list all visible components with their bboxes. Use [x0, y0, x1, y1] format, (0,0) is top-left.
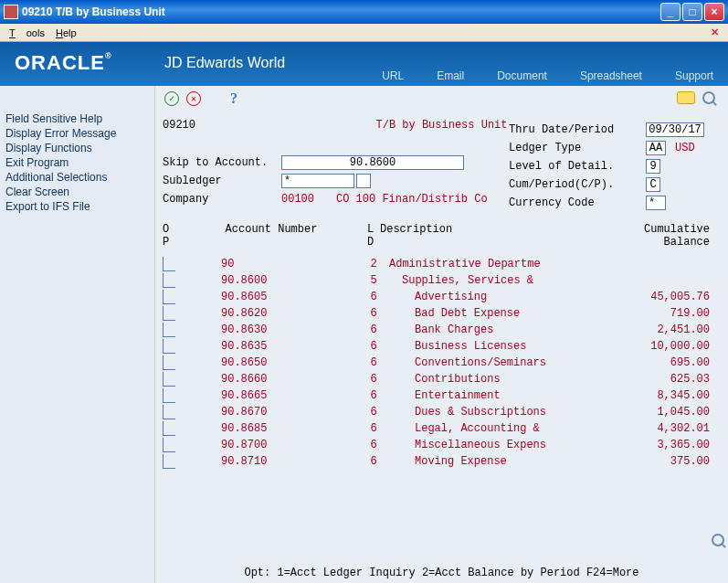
op-cell[interactable]: [163, 355, 175, 370]
op-cell[interactable]: [163, 339, 175, 354]
search-icon[interactable]: [702, 91, 715, 104]
link-document[interactable]: Document: [497, 69, 547, 82]
acct-cell: 90.8670: [175, 406, 367, 419]
table-row: 90.86306Bank Charges2,451.00: [163, 322, 721, 338]
sidebar-item-0[interactable]: Field Sensitive Help: [5, 111, 149, 126]
label-lod: Level of Detail.: [509, 160, 646, 173]
header-o: O: [163, 223, 175, 236]
subledger-type-input[interactable]: [356, 174, 371, 188]
balance-cell: 719.00: [563, 307, 721, 320]
menu-tools[interactable]: Tools: [4, 26, 50, 40]
cumperiod-input[interactable]: [646, 177, 660, 192]
op-cell[interactable]: [163, 388, 175, 403]
sidebar-item-4[interactable]: Additional Selections: [5, 170, 149, 185]
header-desc: Description: [380, 223, 563, 236]
ld-cell: 2: [367, 258, 380, 270]
table-area: O Account Number L Description Cumulativ…: [163, 223, 721, 563]
ledger-type-input[interactable]: [646, 141, 666, 155]
op-cell[interactable]: [163, 438, 175, 452]
op-cell[interactable]: [163, 421, 175, 436]
ld-cell: 6: [367, 340, 380, 353]
link-spreadsheet[interactable]: Spreadsheet: [580, 69, 642, 82]
thru-date-input[interactable]: [646, 122, 704, 137]
comment-icon[interactable]: [677, 91, 695, 104]
label-currency: Currency Code: [509, 196, 646, 209]
desc-cell: Conventions/Seminars: [380, 356, 563, 369]
desc-cell: Bank Charges: [380, 323, 563, 336]
balance-cell: 3,365.00: [563, 439, 721, 451]
link-email[interactable]: Email: [437, 69, 464, 82]
op-cell[interactable]: [163, 306, 175, 321]
table-row: 90.86656Entertainment8,345.00: [163, 387, 721, 404]
acct-cell: 90.8665: [175, 389, 367, 402]
company-desc: CO 100 Finan/Distrib Co: [336, 193, 488, 206]
acct-cell: 90.8605: [175, 291, 367, 303]
link-support[interactable]: Support: [675, 69, 713, 82]
label-skip: Skip to Account.: [163, 156, 281, 169]
acct-cell: 90.8620: [175, 307, 367, 320]
cancel-icon[interactable]: ✕: [186, 91, 201, 106]
op-cell[interactable]: [163, 290, 175, 304]
op-cell[interactable]: [163, 405, 175, 419]
desc-cell: Bad Debt Expense: [380, 307, 563, 320]
ld-cell: 6: [367, 307, 380, 320]
balance-cell: 1,045.00: [563, 406, 721, 419]
label-thru: Thru Date/Period: [509, 123, 646, 136]
balance-cell: 695.00: [563, 356, 721, 369]
sidebar: Field Sensitive HelpDisplay Error Messag…: [0, 86, 155, 583]
jd-edwards-text: JD Edwards World: [164, 55, 285, 71]
header-bal: Balance: [563, 236, 721, 249]
table-row: 90.86206Bad Debt Expense719.00: [163, 305, 721, 322]
ld-cell: 6: [367, 389, 380, 402]
maximize-button[interactable]: □: [682, 3, 702, 21]
menubar: Tools Help ✕: [0, 24, 728, 42]
footer-options: Opt: 1=Acct Ledger Inquiry 2=Acct Balanc…: [155, 567, 728, 579]
desc-cell: Administrative Departme: [380, 258, 563, 270]
subledger-input[interactable]: [281, 174, 354, 188]
lod-input[interactable]: [646, 159, 660, 174]
table-row: 902Administrative Departme: [163, 256, 721, 272]
table-row: 90.87106Moving Expense375.00: [163, 453, 721, 470]
acct-cell: 90.8700: [175, 439, 367, 451]
acct-cell: 90: [175, 258, 367, 270]
acct-cell: 90.8660: [175, 373, 367, 386]
table-row: 90.86356Business Licenses10,000.00: [163, 338, 721, 355]
header-cum: Cumulative: [563, 223, 721, 236]
skip-to-account-input[interactable]: [281, 155, 464, 170]
ld-cell: 6: [367, 291, 380, 303]
desc-cell: Moving Expense: [380, 455, 563, 468]
table-row: 90.86506Conventions/Seminars695.00: [163, 355, 721, 371]
sidebar-item-5[interactable]: Clear Screen: [5, 185, 149, 199]
op-cell[interactable]: [163, 323, 175, 337]
sidebar-item-2[interactable]: Display Functions: [5, 141, 149, 155]
desc-cell: Business Licenses: [380, 340, 563, 353]
header-acct: Account Number: [175, 223, 367, 236]
header-p: P: [163, 236, 175, 249]
label-subledger: Subledger: [163, 175, 281, 187]
sidebar-item-1[interactable]: Display Error Message: [5, 126, 149, 141]
minimize-button[interactable]: _: [660, 3, 681, 21]
acct-cell: 90.8600: [175, 274, 367, 287]
balance-cell: 625.03: [563, 373, 721, 386]
op-cell[interactable]: [163, 257, 175, 271]
scroll-up-icon[interactable]: [713, 508, 723, 517]
zoom-icon[interactable]: [712, 534, 724, 546]
table-row: 90.86056Advertising45,005.76: [163, 289, 721, 305]
scroll-down-icon[interactable]: [713, 521, 723, 530]
currency-input[interactable]: [646, 196, 666, 210]
acct-cell: 90.8635: [175, 340, 367, 353]
op-cell[interactable]: [163, 372, 175, 387]
op-cell[interactable]: [163, 273, 175, 288]
sidebar-item-3[interactable]: Exit Program: [5, 155, 149, 170]
menu-help[interactable]: Help: [50, 26, 82, 40]
close-button[interactable]: ×: [704, 3, 724, 21]
balance-cell: 2,451.00: [563, 323, 721, 336]
balance-cell: 8,345.00: [563, 389, 721, 402]
help-icon[interactable]: ?: [227, 91, 241, 106]
ok-icon[interactable]: ✓: [164, 91, 179, 106]
balance-cell: 375.00: [563, 455, 721, 468]
link-url[interactable]: URL: [382, 69, 404, 82]
app-icon: [4, 5, 18, 19]
sidebar-item-6[interactable]: Export to IFS File: [5, 199, 149, 214]
op-cell[interactable]: [163, 454, 175, 469]
